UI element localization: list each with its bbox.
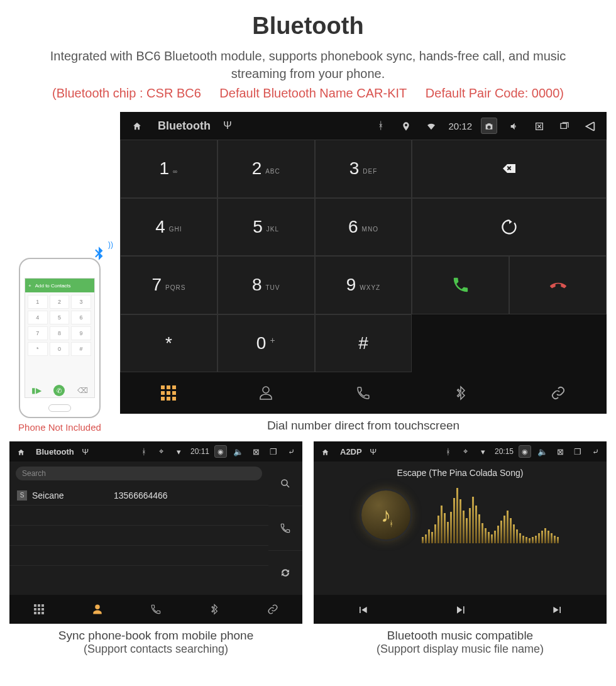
contacts-caption: Sync phone-book from mobile phone (Suppo… (9, 629, 302, 656)
music-controls (314, 595, 607, 624)
key-call[interactable] (412, 256, 509, 314)
link-icon (551, 385, 566, 401)
side-call-icon[interactable] (268, 506, 302, 551)
prev-track-button[interactable] (356, 602, 369, 617)
camera-icon[interactable] (481, 118, 497, 134)
tab-pair[interactable] (509, 372, 607, 414)
location-icon (398, 120, 414, 131)
location-icon: ⌖ (155, 446, 168, 456)
contact-row[interactable]: S Seicane 13566664466 (9, 485, 268, 506)
bluetooth-badge-icon: ᚼ (389, 519, 393, 528)
contacts-statusbar: Bluetooth Ψ ᚼ ⌖ ▾ 20:11 ◉ 🔈 ⊠ ❐ ⤶ (9, 441, 302, 462)
wifi-icon: ▾ (173, 447, 185, 456)
visualizer (422, 487, 559, 543)
page-title: Bluetooth (9, 13, 607, 40)
recent-apps-icon[interactable] (556, 120, 573, 131)
wifi-icon (423, 120, 439, 131)
tab-bluetooth[interactable] (412, 372, 509, 414)
recent-apps-icon[interactable]: ❐ (571, 447, 584, 456)
key-hangup[interactable] (509, 256, 607, 314)
side-sync-icon[interactable] (268, 551, 302, 595)
camera-icon[interactable]: ◉ (519, 445, 531, 458)
search-placeholder: Search (22, 469, 46, 478)
link-icon (267, 604, 278, 615)
status-time: 20:11 (190, 447, 209, 456)
back-icon[interactable] (581, 118, 598, 134)
key-redial[interactable] (412, 198, 607, 257)
home-icon[interactable] (14, 446, 27, 456)
key-7[interactable]: 7PQRS (120, 256, 217, 314)
tab-keypad[interactable] (120, 372, 217, 414)
music-title: A2DP (340, 447, 362, 456)
back-icon[interactable]: ⤶ (589, 447, 602, 456)
status-time: 20:12 (448, 121, 472, 131)
phone-add-contacts-label: Add to Contacts (35, 283, 71, 289)
search-input[interactable]: Search (16, 467, 262, 480)
person-icon (258, 385, 273, 401)
recent-apps-icon[interactable]: ❐ (267, 447, 280, 456)
key-1[interactable]: 1∞ (120, 140, 217, 198)
side-search-icon[interactable] (268, 462, 302, 506)
contacts-bottom-tabs (9, 595, 302, 624)
close-app-icon[interactable]: ⊠ (250, 447, 262, 456)
close-app-icon[interactable] (531, 120, 547, 131)
usb-icon: Ψ (367, 447, 380, 456)
phone-delete-icon: ⌫ (77, 386, 88, 395)
contacts-screen: Bluetooth Ψ ᚼ ⌖ ▾ 20:11 ◉ 🔈 ⊠ ❐ ⤶ Search… (9, 441, 302, 624)
contact-row-empty (9, 546, 268, 566)
key-6[interactable]: 6MNO (315, 198, 412, 257)
key-hash[interactable]: # (315, 314, 412, 373)
tab-bluetooth[interactable] (185, 595, 244, 624)
tab-pair[interactable] (244, 595, 302, 624)
bluetooth-tab-icon (209, 604, 220, 615)
tab-keypad[interactable] (9, 595, 68, 624)
next-track-button[interactable] (551, 602, 564, 617)
status-time: 20:15 (495, 447, 514, 456)
key-8[interactable]: 8TUV (217, 256, 315, 314)
close-app-icon[interactable]: ⊠ (554, 447, 566, 456)
keypad-icon (34, 604, 44, 614)
dialer-bottom-tabs (120, 372, 607, 414)
bluetooth-status-icon: ᚼ (138, 447, 150, 456)
keypad-icon (161, 385, 176, 401)
contacts-title: Bluetooth (36, 447, 74, 456)
music-statusbar: A2DP Ψ ᚼ ⌖ ▾ 20:15 ◉ 🔈 ⊠ ❐ ⤶ (314, 441, 607, 462)
wifi-icon: ▾ (477, 447, 490, 456)
bluetooth-tab-icon (453, 385, 468, 401)
page-description: Integrated with BC6 Bluetooth module, su… (9, 47, 607, 82)
phone-icon (356, 385, 371, 401)
camera-icon[interactable]: ◉ (214, 445, 227, 458)
volume-icon[interactable]: 🔈 (232, 447, 245, 456)
key-5[interactable]: 5JKL (217, 198, 315, 257)
key-0[interactable]: 0+ (217, 314, 315, 373)
contact-row-empty (9, 566, 268, 586)
tab-calllog[interactable] (126, 595, 185, 624)
tab-contacts[interactable] (68, 595, 126, 624)
key-star[interactable]: * (120, 314, 217, 373)
back-icon[interactable]: ⤶ (285, 447, 297, 456)
music-note-icon: ♪ᚼ (381, 504, 391, 527)
play-pause-button[interactable] (454, 602, 466, 617)
key-2[interactable]: 2ABC (217, 140, 315, 198)
volume-icon[interactable] (506, 120, 522, 131)
key-4[interactable]: 4GHI (120, 198, 217, 257)
volume-icon[interactable]: 🔈 (536, 447, 549, 456)
svg-point-0 (282, 480, 287, 485)
phone-call-icon: ✆ (53, 385, 65, 396)
contact-row-empty (9, 526, 268, 546)
track-title: Escape (The Pina Colada Song) (397, 468, 524, 478)
key-3[interactable]: 3DEF (315, 140, 412, 198)
album-art: ♪ᚼ (361, 490, 410, 539)
home-icon[interactable] (129, 120, 145, 131)
dialer-screen: Bluetooth Ψ ᚼ 20:12 1∞ 2ABC 3DEF 4GHI 5 (120, 112, 607, 414)
dialer-title: Bluetooth (158, 119, 211, 133)
tab-contacts[interactable] (217, 372, 315, 414)
tab-calllog[interactable] (315, 372, 412, 414)
phone-video-icon: ▮▶ (31, 386, 41, 395)
bluetooth-status-icon: ᚼ (442, 447, 454, 456)
phone-home-button (48, 404, 71, 412)
key-backspace[interactable] (412, 140, 607, 198)
key-9[interactable]: 9WXYZ (315, 256, 412, 314)
usb-icon: Ψ (79, 447, 92, 456)
home-icon[interactable] (319, 446, 331, 456)
